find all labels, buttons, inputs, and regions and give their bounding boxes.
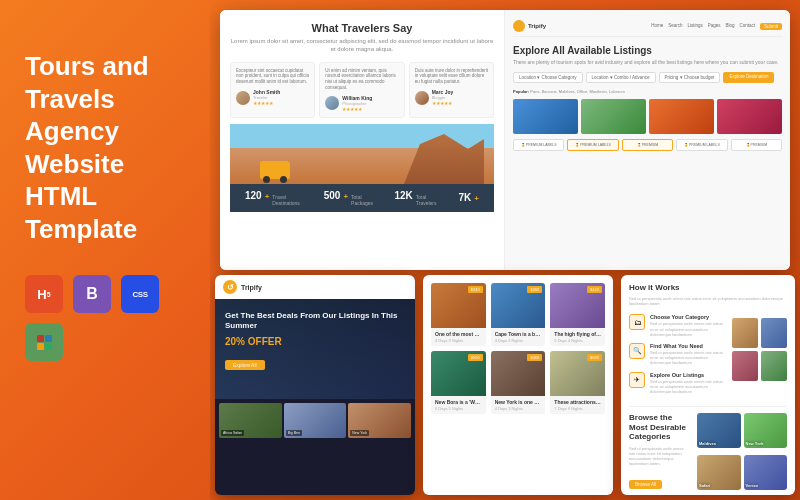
premium-label-1: 🏅 PREMIUM LABELS: [513, 139, 564, 151]
avatar-2: [325, 96, 339, 110]
mini-card-2: Big Ben: [284, 403, 347, 438]
browse-section: Browse the Most Desirable Categories Sed…: [629, 406, 787, 494]
tripify-logo: ↺: [223, 280, 237, 294]
multi-badge: [25, 323, 63, 361]
tour-card-6: $680 These attractions are a lifetime 7 …: [550, 351, 605, 414]
stat-packages: 500 + Total Packages: [324, 190, 380, 206]
tour-image-2: $280: [491, 283, 546, 328]
right-column: How it Works Sed ut perspiciatis unde om…: [621, 275, 795, 495]
tour-image-6: $680: [550, 351, 605, 396]
avatar-1: [236, 91, 250, 105]
premium-label-2: 🏅 PREMIUM LABELS: [567, 139, 618, 151]
tour-image-4: $590: [431, 351, 486, 396]
bottom-preview: ↺ Tripify Get The Best Deals From Our Li…: [215, 275, 795, 495]
tripify-offer: 20% OFFER: [225, 336, 405, 347]
bootstrap-badge: B: [73, 275, 111, 313]
html5-badge: H5: [25, 275, 63, 313]
stat-extra: 7K +: [459, 192, 479, 203]
testimonial-card-1: Excepteur sint occaecat cupidatat non pr…: [230, 62, 315, 118]
step-3-icon: ✈: [629, 372, 645, 388]
css3-badge: CSS: [121, 275, 159, 313]
filter-location[interactable]: Location ▾ Choose Category: [513, 72, 583, 83]
mini-card-label-2: Big Ben: [286, 430, 302, 436]
listing-image-1: [513, 99, 578, 134]
testimonial-card-2: Ut enim ad minim veniam, quis nostrud ex…: [319, 62, 404, 118]
browse-button[interactable]: Browse All: [629, 480, 662, 489]
stats-bar: 120 + Travel Destinations 500 + Total Pa…: [230, 184, 494, 212]
tripify-section: ↺ Tripify Get The Best Deals From Our Li…: [215, 275, 415, 495]
desert-rocks: [404, 134, 484, 184]
how-it-works-title: How it Works: [629, 283, 787, 292]
browse-title: Browse the Most Desirable Categories: [629, 413, 689, 442]
premium-label-5: 🏅 PREMIUM: [731, 139, 782, 151]
listing-image-3: [649, 99, 714, 134]
tour-card-4: $590 New Bora is a 'World's most beautif…: [431, 351, 486, 414]
how-image-2: [761, 318, 787, 348]
mini-card-label-1: Africa Safari: [221, 430, 244, 436]
tour-price-6: $680: [587, 354, 602, 361]
step-2-icon: 🔍: [629, 343, 645, 359]
browse-image-newyork: New York: [744, 413, 788, 448]
avatar-3: [415, 91, 429, 105]
tour-cards-section: $340 One of the most exotic cities in th…: [423, 275, 613, 495]
tripify-deal-text: Get The Best Deals From Our Listings In …: [225, 311, 405, 332]
testimonials-section: What Travelers Say Lorem ipsum dolor sit…: [220, 10, 505, 270]
how-it-works-subtitle: Sed ut perspiciatis unde omnis iste natu…: [629, 296, 787, 306]
browse-image-maldives: Maldives: [697, 413, 741, 448]
how-step-1: 🗂 Choose Your Category Sed ut perspiciat…: [629, 314, 726, 337]
testimonial-card-3: Duis aute irure dolor in reprehenderit i…: [409, 62, 494, 118]
listing-image-4: [717, 99, 782, 134]
premium-label-4: 🏅 PREMIUM LABELS: [676, 139, 727, 151]
testimonial-user-3: Marc Joy Blogger ★★★★★: [415, 89, 488, 106]
tour-card-1: $340 One of the most exotic cities in th…: [431, 283, 486, 346]
mini-card-3: New York: [348, 403, 411, 438]
tour-card-3: $420 The high flying of Barcelona 5 Days…: [550, 283, 605, 346]
listing-image-2: [581, 99, 646, 134]
explore-section: Tripify Home Search Listings Pages Blog …: [505, 10, 790, 270]
stat-travelers: 12K Total Travelers: [394, 190, 443, 206]
tour-image-1: $340: [431, 283, 486, 328]
left-panel: Tours and Travels Agency Website HTML Te…: [0, 0, 230, 500]
preview-container: What Travelers Say Lorem ipsum dolor sit…: [210, 0, 800, 500]
mini-card-label-3: New York: [350, 430, 369, 436]
listings-grid: [513, 99, 782, 134]
how-image-4: [761, 351, 787, 381]
browse-grid: Maldives New York Safari Venice: [697, 413, 787, 494]
tripify-brand: Tripify: [241, 284, 262, 291]
tour-price-1: $340: [468, 286, 483, 293]
tripify-header: ↺ Tripify: [215, 275, 415, 299]
tour-price-5: $460: [527, 354, 542, 361]
tour-card-5: $460 New York is one of Americas most ex…: [491, 351, 546, 414]
tour-grid: $340 One of the most exotic cities in th…: [431, 283, 605, 414]
testimonials-title: What Travelers Say: [230, 22, 494, 34]
tour-price-4: $590: [468, 354, 483, 361]
main-title: Tours and Travels Agency Website HTML Te…: [25, 50, 205, 245]
testimonial-user-2: William King Photographer ★★★★★: [325, 95, 398, 112]
tour-price-3: $420: [587, 286, 602, 293]
how-step-2: 🔍 Find What You Need Sed ut perspiciatis…: [629, 343, 726, 366]
how-images-grid: [732, 318, 787, 381]
how-image-1: [732, 318, 758, 348]
explore-button[interactable]: Explore Destination: [723, 72, 774, 83]
popular-tags: Popular: Paris, Barcona, Maldives, Offic…: [513, 89, 782, 94]
how-image-3: [732, 351, 758, 381]
tour-price-2: $280: [527, 286, 542, 293]
tour-image-3: $420: [550, 283, 605, 328]
filter-combo[interactable]: Location ▾ Combo / Advance: [586, 72, 656, 83]
explore-title: Explore All Available Listings: [513, 45, 782, 56]
how-it-works-section: How it Works Sed ut perspiciatis unde om…: [621, 275, 795, 495]
tour-card-2: $280 Cape Town is a beautiful city with …: [491, 283, 546, 346]
testimonial-user-1: John Smith Traveler ★★★★★: [236, 89, 309, 106]
testimonials-subtitle: Lorem ipsum dolor sit amet, consectetur …: [230, 38, 494, 54]
premium-bar: 🏅 PREMIUM LABELS 🏅 PREMIUM LABELS 🥇 PREM…: [513, 139, 782, 151]
step-1-icon: 🗂: [629, 314, 645, 330]
tripify-explore-button[interactable]: Explore All: [225, 360, 265, 370]
mini-card-1: Africa Safari: [219, 403, 282, 438]
testimonials-row: Excepteur sint occaecat cupidatat non pr…: [230, 62, 494, 118]
stat-destinations: 120 + Travel Destinations: [245, 190, 309, 206]
browse-image-safari: Safari: [697, 455, 741, 490]
filter-pricing[interactable]: Pricing ▾ Choose budget: [659, 72, 721, 83]
tech-badges: H5 B CSS: [25, 275, 205, 361]
desert-landscape: [230, 124, 494, 184]
top-preview: What Travelers Say Lorem ipsum dolor sit…: [220, 10, 790, 270]
